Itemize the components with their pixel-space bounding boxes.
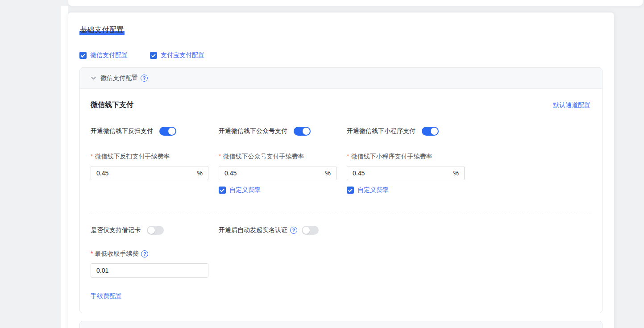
percent-suffix: % xyxy=(197,170,203,177)
alipay-config-checkbox[interactable]: 支付宝支付配置 xyxy=(150,51,204,59)
debit-only-switch[interactable] xyxy=(147,226,164,235)
fee-config-link[interactable]: 手续费配置 xyxy=(91,292,122,299)
reverse-scan-rate-input[interactable] xyxy=(96,170,197,177)
wechat-panel-body: 微信线下支付 默认通道配置 开通微信线下反扫支付 开通微信线下公众号支付 开通微… xyxy=(80,100,602,313)
wechat-pay-panel: 微信支付配置 ? 微信线下支付 默认通道配置 开通微信线下反扫支付 开通微信线下… xyxy=(79,67,602,313)
help-icon[interactable]: ? xyxy=(290,227,297,234)
toggle-label: 是否仅支持借记卡 xyxy=(91,226,141,234)
toggle-cell-debit-only: 是否仅支持借记卡 xyxy=(91,226,208,235)
official-account-rate-input[interactable] xyxy=(224,170,325,177)
checkbox-checked-icon xyxy=(150,52,157,59)
extra-toggle-row: 是否仅支持借记卡 开通后自动发起实名认证 ? xyxy=(91,226,590,235)
rate-input-wrap: % xyxy=(347,166,465,180)
toggle-label: 开通微信线下公众号支付 xyxy=(219,127,287,135)
alipay-panel-header[interactable]: 支付宝支付配置 xyxy=(80,321,602,328)
checkbox-label: 自定义费率 xyxy=(229,186,261,194)
mini-program-rate-input[interactable] xyxy=(353,170,453,177)
switch-knob xyxy=(148,227,155,234)
reverse-scan-switch[interactable] xyxy=(159,127,176,136)
toggle-label: 开通微信线下小程序支付 xyxy=(347,127,415,135)
custom-rate-checkbox[interactable]: 自定义费率 xyxy=(347,186,465,194)
payment-type-checkbox-group: 微信支付配置 支付宝支付配置 xyxy=(79,51,602,59)
checkbox-checked-icon xyxy=(219,187,226,194)
custom-rate-checkbox[interactable]: 自定义费率 xyxy=(219,186,337,194)
section-title: 微信线下支付 xyxy=(91,100,133,110)
rate-input-wrap: % xyxy=(219,166,337,180)
toggle-label: 开通微信线下反扫支付 xyxy=(91,127,153,135)
chevron-down-icon xyxy=(91,75,96,81)
field-official-account-rate: 微信线下公众号支付手续费率 % 自定义费率 xyxy=(219,153,337,194)
toggle-cell-reverse-scan: 开通微信线下反扫支付 xyxy=(91,127,208,136)
percent-suffix: % xyxy=(453,170,459,177)
realname-auth-switch[interactable] xyxy=(302,226,319,235)
offline-pay-section-header: 微信线下支付 默认通道配置 xyxy=(91,100,590,110)
mini-program-switch[interactable] xyxy=(422,127,439,136)
checkbox-checked-icon xyxy=(79,52,87,59)
field-reverse-scan-rate: 微信线下反扫支付手续费率 % xyxy=(91,153,208,194)
basic-payment-config-card: 基础支付配置 微信支付配置 支付宝支付配置 微信支付配置 ? 微信线下支付 默认… xyxy=(68,12,614,328)
help-icon[interactable]: ? xyxy=(141,250,148,257)
toggle-label: 开通后自动发起实名认证 xyxy=(219,226,287,234)
default-channel-config-link[interactable]: 默认通道配置 xyxy=(553,101,590,109)
wechat-config-checkbox[interactable]: 微信支付配置 xyxy=(79,51,128,59)
checkbox-label: 支付宝支付配置 xyxy=(161,51,204,59)
dashed-divider xyxy=(91,214,590,214)
checkbox-checked-icon xyxy=(347,187,354,194)
field-label: 微信线下公众号支付手续费率 xyxy=(219,153,337,161)
official-account-switch[interactable] xyxy=(294,127,311,136)
alipay-pay-panel: 支付宝支付配置 xyxy=(79,321,602,328)
checkbox-label: 自定义费率 xyxy=(357,186,389,194)
min-fee-label-row: 最低收取手续费 ? xyxy=(91,250,590,258)
min-fee-input-wrap xyxy=(91,263,208,278)
help-icon[interactable]: ? xyxy=(141,75,148,82)
switch-knob xyxy=(431,128,438,135)
percent-suffix: % xyxy=(325,170,331,177)
field-label: 最低收取手续费 xyxy=(91,250,138,258)
wechat-panel-header[interactable]: 微信支付配置 ? xyxy=(80,68,602,89)
pay-method-toggle-row: 开通微信线下反扫支付 开通微信线下公众号支付 开通微信线下小程序支付 xyxy=(91,127,590,136)
field-mini-program-rate: 微信线下小程序支付手续费率 % 自定义费率 xyxy=(347,153,465,194)
field-label: 微信线下小程序支付手续费率 xyxy=(347,153,465,161)
panel-title: 微信支付配置 xyxy=(100,74,138,82)
rate-fields-row: 微信线下反扫支付手续费率 % 微信线下公众号支付手续费率 % 自定义费率 xyxy=(91,153,590,194)
switch-knob xyxy=(168,128,175,135)
previous-card-edge xyxy=(68,0,643,6)
rate-input-wrap: % xyxy=(91,166,208,180)
switch-knob xyxy=(303,128,310,135)
page-title: 基础支付配置 xyxy=(79,25,602,35)
checkbox-label: 微信支付配置 xyxy=(90,51,128,59)
min-fee-input[interactable] xyxy=(96,267,203,274)
sidebar-edge xyxy=(61,6,68,328)
toggle-cell-official-account: 开通微信线下公众号支付 xyxy=(219,127,337,136)
fee-config-link-row: 手续费配置 xyxy=(91,292,590,300)
toggle-cell-realname-auth: 开通后自动发起实名认证 ? xyxy=(219,226,337,235)
field-label: 微信线下反扫支付手续费率 xyxy=(91,153,208,161)
switch-knob xyxy=(303,227,310,234)
toggle-cell-mini-program: 开通微信线下小程序支付 xyxy=(347,127,465,136)
page-title-text: 基础支付配置 xyxy=(79,26,125,35)
